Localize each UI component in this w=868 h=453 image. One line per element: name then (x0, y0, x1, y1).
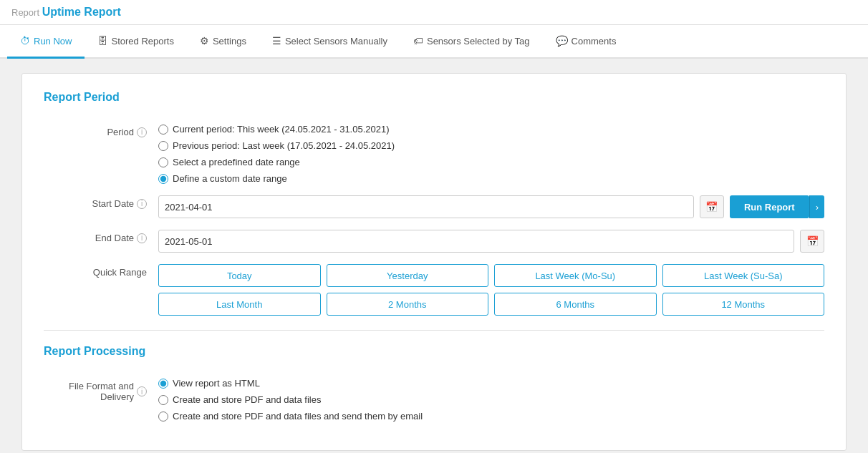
start-date-input[interactable] (158, 195, 694, 218)
period-radio-current[interactable] (158, 125, 168, 135)
end-date-label: End Date i (44, 230, 158, 243)
file-format-options: View report as HTML Create and store PDF… (158, 378, 824, 422)
format-option-html[interactable]: View report as HTML (158, 378, 824, 389)
start-date-row: Start Date i 📅 Run Report › (44, 195, 824, 218)
format-radio-pdf-email[interactable] (158, 411, 168, 422)
format-option-pdf-email[interactable]: Create and store PDF and data files and … (158, 411, 824, 422)
end-date-input-group: 📅 (158, 230, 824, 253)
quick-btn-last-week-mo-su[interactable]: Last Week (Mo-Su) (494, 264, 657, 287)
quick-btn-last-month[interactable]: Last Month (158, 293, 321, 316)
end-date-row: End Date i 📅 (44, 230, 824, 253)
format-radio-pdf[interactable] (158, 395, 168, 405)
comments-icon: 💬 (556, 35, 568, 47)
report-processing-title: Report Processing (44, 345, 824, 364)
file-format-info-icon[interactable]: i (137, 386, 147, 396)
quick-range-label: Quick Range (44, 264, 158, 278)
period-option-current[interactable]: Current period: This week (24.05.2021 - … (158, 124, 824, 135)
main-content: Report Period Period i Current period: T… (0, 59, 868, 453)
sensors-by-tag-icon: 🏷 (413, 35, 423, 47)
page-header: Report Uptime Report (0, 0, 868, 25)
tab-comments[interactable]: 💬 Comments (543, 25, 630, 59)
start-date-info-icon[interactable]: i (137, 199, 147, 209)
end-date-calendar-btn[interactable]: 📅 (800, 230, 824, 253)
format-option-pdf[interactable]: Create and store PDF and data files (158, 394, 824, 405)
run-report-btn-group: Run Report › (730, 195, 824, 218)
run-now-icon: ⏱ (20, 35, 30, 47)
quick-btn-2-months[interactable]: 2 Months (327, 293, 489, 316)
period-radio-custom[interactable] (158, 174, 168, 184)
period-options: Current period: This week (24.05.2021 - … (158, 124, 824, 184)
report-processing-section: Report Processing File Format and Delive… (44, 345, 824, 422)
quick-btn-12-months[interactable]: 12 Months (662, 293, 825, 316)
end-date-info-icon[interactable]: i (137, 233, 147, 243)
period-option-previous[interactable]: Previous period: Last week (17.05.2021 -… (158, 140, 824, 151)
file-format-row: File Format and Delivery i View report a… (44, 378, 824, 422)
tab-run-now[interactable]: ⏱ Run Now (7, 25, 85, 59)
start-date-label: Start Date i (44, 195, 158, 209)
tab-stored-reports[interactable]: 🗄 Stored Reports (85, 25, 186, 59)
tab-select-sensors[interactable]: ☰ Select Sensors Manually (259, 25, 400, 59)
quick-btn-yesterday[interactable]: Yesterday (327, 264, 489, 287)
report-prefix: Report (11, 7, 39, 18)
tab-bar: ⏱ Run Now 🗄 Stored Reports ⚙ Settings ☰ … (0, 25, 868, 59)
tab-settings[interactable]: ⚙ Settings (187, 25, 259, 59)
quick-range-row-2: Last Month 2 Months 6 Months 12 Months (158, 293, 824, 316)
report-period-card: Report Period Period i Current period: T… (21, 73, 847, 451)
quick-btn-today[interactable]: Today (158, 264, 321, 287)
period-option-custom[interactable]: Define a custom date range (158, 173, 824, 184)
start-date-controls: 📅 Run Report › (158, 195, 824, 218)
section-divider (44, 330, 824, 331)
page-title: Uptime Report (42, 6, 121, 18)
start-date-calendar-btn[interactable]: 📅 (700, 195, 724, 218)
quick-btn-6-months[interactable]: 6 Months (494, 293, 657, 316)
report-period-title: Report Period (44, 91, 824, 109)
start-date-input-group: 📅 (158, 195, 724, 218)
quick-range-grid: Today Yesterday Last Week (Mo-Su) Last W… (158, 264, 824, 316)
select-sensors-icon: ☰ (272, 35, 281, 47)
end-date-content: 📅 (158, 230, 824, 253)
start-date-content: 📅 Run Report › (158, 195, 824, 218)
quick-btn-last-week-su-sa[interactable]: Last Week (Su-Sa) (662, 264, 825, 287)
period-radio-previous[interactable] (158, 141, 168, 151)
file-format-label: File Format and Delivery i (44, 378, 158, 402)
period-info-icon[interactable]: i (137, 127, 147, 137)
period-label: Period i (44, 124, 158, 137)
period-option-predefined[interactable]: Select a predefined date range (158, 157, 824, 167)
run-report-arrow-btn[interactable]: › (809, 195, 824, 218)
end-date-input[interactable] (158, 230, 794, 253)
format-radio-html[interactable] (158, 379, 168, 389)
settings-icon: ⚙ (200, 35, 209, 47)
quick-range-content: Today Yesterday Last Week (Mo-Su) Last W… (158, 264, 824, 316)
quick-range-row-1: Today Yesterday Last Week (Mo-Su) Last W… (158, 264, 824, 287)
quick-range-row: Quick Range Today Yesterday Last Week (M… (44, 264, 824, 316)
period-row: Period i Current period: This week (24.0… (44, 124, 824, 184)
run-report-button[interactable]: Run Report (730, 195, 809, 218)
period-radio-predefined[interactable] (158, 157, 168, 167)
stored-reports-icon: 🗄 (97, 35, 107, 47)
tab-sensors-by-tag[interactable]: 🏷 Sensors Selected by Tag (400, 25, 543, 59)
